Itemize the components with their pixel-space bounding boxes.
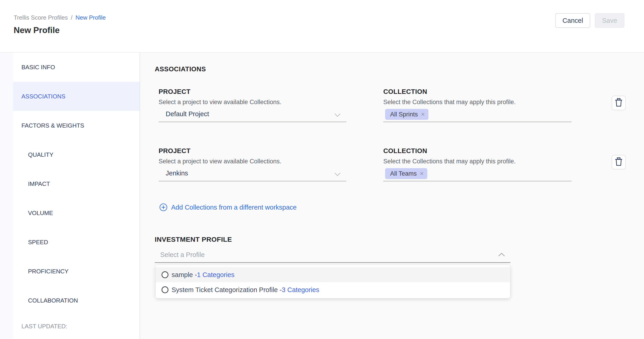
option-categories-link: 3 Categories [282, 286, 319, 294]
project-label: PROJECT [158, 88, 346, 96]
collection-tag-label: All Teams [390, 170, 417, 177]
project-select-value: Jenkins [166, 170, 188, 177]
tag-remove-icon[interactable]: × [420, 170, 424, 177]
sidebar-item-associations[interactable]: ASSOCIATIONS [13, 82, 140, 111]
collection-label: COLLECTION [383, 147, 572, 155]
delete-association-button[interactable] [612, 155, 626, 170]
sidebar-item-impact[interactable]: IMPACT [13, 169, 140, 198]
chevron-up-icon [498, 252, 506, 258]
collection-tag: All Sprints × [385, 109, 428, 120]
project-select[interactable]: Jenkins [158, 168, 346, 181]
option-categories-link: 1 Categories [197, 271, 234, 279]
collection-column: COLLECTION Select the Collections that m… [383, 88, 572, 122]
collection-label: COLLECTION [383, 88, 572, 96]
collection-tags-input[interactable]: All Teams × [383, 168, 572, 181]
sidebar-item-volume[interactable]: VOLUME [13, 198, 140, 228]
page-header: Trellis Score Profiles / New Profile New… [0, 0, 644, 53]
sidebar-item-proficiency[interactable]: PROFICIENCY [13, 257, 140, 286]
dropdown-option-system-ticket[interactable]: System Ticket Categorization Profile - 3… [156, 282, 510, 297]
sidebar-item-collaboration[interactable]: COLLABORATION [13, 286, 140, 315]
add-collections-link[interactable]: Add Collections from a different workspa… [159, 203, 644, 212]
radio-icon [162, 286, 168, 293]
association-row: PROJECT Select a project to view availab… [158, 88, 644, 122]
investment-profile-dropdown: sample - 1 Categories System Ticket Cate… [156, 265, 510, 298]
add-collections-link-label: Add Collections from a different workspa… [171, 204, 297, 211]
collection-hint: Select the Collections that may apply th… [383, 158, 572, 165]
collection-tag: All Teams × [385, 168, 427, 179]
breadcrumb-current-link[interactable]: New Profile [76, 14, 106, 21]
delete-association-button[interactable] [612, 96, 626, 110]
investment-profile-select[interactable]: Select a Profile sample - 1 Categories S… [155, 248, 510, 263]
investment-profile-placeholder: Select a Profile [160, 251, 205, 258]
circle-plus-icon [159, 203, 168, 212]
association-row: PROJECT Select a project to view availab… [158, 147, 644, 181]
sidebar-item-factors-weights[interactable]: FACTORS & WEIGHTS [13, 111, 140, 140]
project-label: PROJECT [158, 147, 346, 155]
chevron-down-icon [334, 113, 341, 117]
sidebar-item-quality[interactable]: QUALITY [13, 140, 140, 169]
breadcrumb-separator: / [70, 14, 74, 21]
project-select-value: Default Project [166, 110, 209, 118]
trash-icon [615, 158, 622, 167]
save-button[interactable]: Save [595, 13, 624, 28]
sidebar-item-basic-info[interactable]: BASIC INFO [13, 53, 140, 82]
investment-profile-section: INVESTMENT PROFILE Select a Profile samp… [155, 236, 644, 263]
project-hint: Select a project to view available Colle… [158, 158, 346, 165]
project-column: PROJECT Select a project to view availab… [158, 147, 346, 181]
tag-remove-icon[interactable]: × [421, 111, 425, 118]
breadcrumb: Trellis Score Profiles / New Profile [14, 14, 106, 21]
collection-column: COLLECTION Select the Collections that m… [383, 147, 572, 181]
project-hint: Select a project to view available Colle… [158, 99, 346, 106]
page-title: New Profile [14, 26, 60, 35]
sidebar-last-updated-label: LAST UPDATED: [13, 315, 140, 338]
dropdown-option-sample[interactable]: sample - 1 Categories [156, 267, 510, 282]
left-rail [0, 53, 13, 339]
project-select[interactable]: Default Project [158, 109, 346, 122]
chevron-down-icon [334, 172, 341, 176]
collection-tags-input[interactable]: All Sprints × [383, 109, 572, 122]
section-title: ASSOCIATIONS [155, 66, 644, 73]
radio-icon [162, 271, 168, 278]
collection-tag-label: All Sprints [390, 111, 418, 118]
trash-icon [615, 98, 622, 108]
associations-panel: ASSOCIATIONS PROJECT Select a project to… [140, 53, 644, 339]
sidebar-item-speed[interactable]: SPEED [13, 228, 140, 257]
breadcrumb-root-link[interactable]: Trellis Score Profiles [14, 14, 68, 21]
option-name: sample - [172, 271, 197, 279]
project-column: PROJECT Select a project to view availab… [158, 88, 346, 122]
investment-profile-label: INVESTMENT PROFILE [155, 236, 644, 243]
option-name: System Ticket Categorization Profile - [172, 286, 282, 294]
cancel-button[interactable]: Cancel [555, 13, 590, 28]
sidebar-nav: BASIC INFO ASSOCIATIONS FACTORS & WEIGHT… [13, 53, 140, 339]
collection-hint: Select the Collections that may apply th… [383, 99, 572, 106]
